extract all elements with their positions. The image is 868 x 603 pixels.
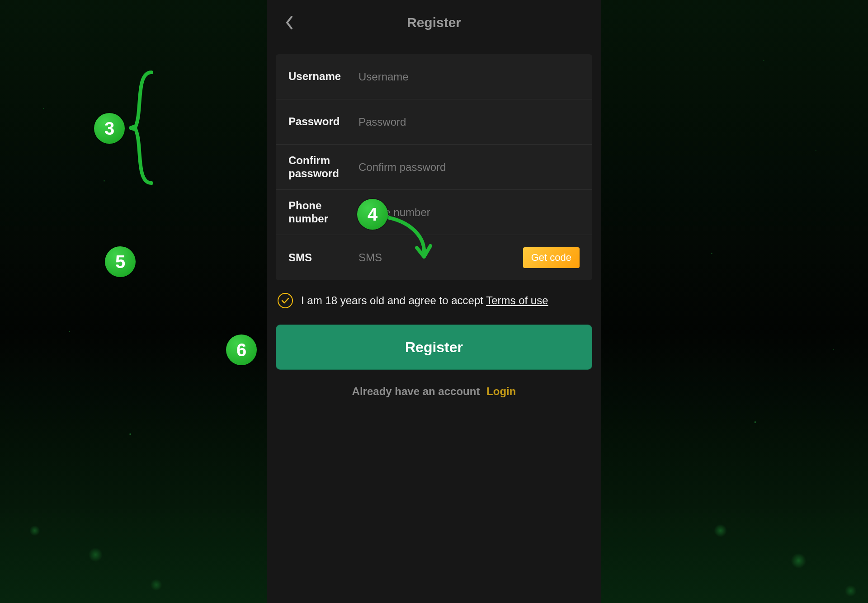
input-password[interactable] (359, 116, 580, 128)
row-sms: SMS Get code (276, 235, 592, 280)
terms-text: I am 18 years old and agree to accept Te… (301, 294, 548, 307)
row-phone: Phone number (276, 190, 592, 235)
label-confirm-password: Confirm password (288, 154, 359, 180)
login-link[interactable]: Login (486, 385, 516, 397)
label-username: Username (288, 70, 359, 83)
terms-checkbox[interactable] (278, 293, 293, 308)
input-phone[interactable] (359, 206, 580, 219)
register-button-label: Register (405, 339, 463, 356)
login-line: Already have an account Login (267, 370, 601, 413)
register-screen: Register Username Password Confirm passw… (267, 0, 601, 603)
label-sms: SMS (288, 251, 359, 264)
terms-link[interactable]: Terms of use (486, 294, 548, 306)
terms-prefix: I am 18 years old and agree to accept (301, 294, 486, 306)
terms-row: I am 18 years old and agree to accept Te… (267, 280, 601, 318)
header: Register (267, 0, 601, 45)
page-title: Register (267, 15, 601, 30)
label-phone: Phone number (288, 199, 359, 226)
register-form: Username Password Confirm password Phone… (276, 54, 592, 280)
input-confirm-password[interactable] (359, 161, 580, 174)
label-password: Password (288, 115, 359, 128)
get-code-button[interactable]: Get code (523, 247, 580, 268)
login-line-text: Already have an account (352, 385, 480, 397)
row-password: Password (276, 99, 592, 145)
chevron-left-icon (285, 15, 294, 30)
check-icon (281, 297, 289, 304)
input-sms[interactable] (359, 251, 523, 264)
input-username[interactable] (359, 71, 580, 83)
row-confirm-password: Confirm password (276, 145, 592, 190)
back-button[interactable] (280, 14, 298, 32)
row-username: Username (276, 54, 592, 99)
register-button[interactable]: Register (276, 325, 592, 370)
